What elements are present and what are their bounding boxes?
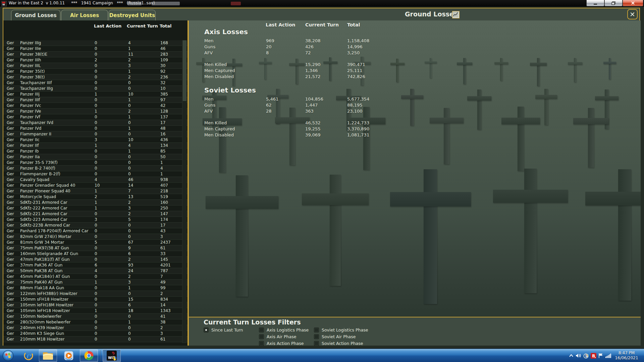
cell-total: 1343 (160, 308, 171, 313)
losses-graph-icon[interactable] (452, 11, 460, 18)
cell-nation: Ger (7, 337, 14, 342)
close-screen-button[interactable]: ✕ (627, 9, 638, 19)
volume-icon[interactable] (575, 349, 582, 362)
windows-update-icon[interactable] (582, 349, 590, 362)
cell-unit-name: 210mm M18 Howitzer (20, 337, 64, 342)
cell-current-turn: 0 (128, 120, 131, 125)
network-icon[interactable] (604, 349, 612, 362)
filter-option[interactable]: Axis Air Phase (259, 333, 309, 340)
action-center-flag-icon[interactable] (597, 349, 604, 362)
radio-button[interactable] (259, 334, 264, 339)
minimize-button[interactable] (586, 0, 604, 6)
cell-unit-name: Panzer Ib (20, 148, 39, 154)
filter-option[interactable]: Axis Logistics Phase (259, 326, 309, 333)
filter-option-label: Soviet Logistics Phase (322, 327, 368, 333)
tab-ground-losses[interactable]: Ground Losses (11, 10, 60, 20)
summary-total: 1,224,733 (347, 120, 369, 125)
clock-time: 8:47 PM (612, 351, 641, 356)
radio-button[interactable] (259, 327, 264, 333)
tab-destroyed-units[interactable]: Destroyed Units (109, 10, 156, 20)
cell-unit-name: Panhard 178-P204(f) Armored Car (20, 228, 89, 234)
cell-nation: Ger (7, 257, 14, 262)
cell-last-action: 0 (95, 314, 97, 319)
media-player-icon[interactable] (60, 349, 78, 362)
cell-total: 519 (160, 194, 168, 199)
table-row: GerFlammpanzer II0016 (3, 131, 187, 137)
filter-option[interactable]: Soviet Logistics Phase (314, 326, 368, 333)
cell-current-turn: 0 (128, 171, 131, 177)
start-button[interactable] (2, 350, 14, 362)
table-row: GerPanhard 178-P204(f) Armored Car0043 (3, 228, 187, 234)
radio-button[interactable] (204, 327, 209, 333)
cell-nation: Ger (7, 223, 14, 228)
filter-option[interactable]: Soviet Air Phase (314, 333, 368, 340)
cell-last-action: 0 (95, 52, 97, 57)
radio-button[interactable] (314, 327, 319, 333)
cell-nation: Ger (7, 308, 14, 313)
column-header-last-action: Last Action (266, 22, 295, 27)
background-window-fragment (127, 2, 142, 5)
tab-label: Ground Losses (15, 12, 56, 18)
restore-button[interactable] (604, 0, 623, 6)
cell-last-action: 1 (95, 205, 97, 211)
wite2-game-icon[interactable]: WiT (103, 349, 121, 362)
scrollbar-thumb[interactable] (183, 41, 186, 101)
cell-nation: Ger (7, 86, 14, 91)
cell-nation: Ger (7, 183, 14, 188)
cell-current-turn: 67 (128, 240, 133, 245)
chrome-icon[interactable] (80, 349, 98, 362)
table-row: GerPanzer IIIh22109 (3, 57, 187, 63)
radio-button[interactable] (314, 341, 319, 346)
cross-shape (500, 58, 502, 81)
cell-last-action: 4 (95, 177, 97, 182)
cross-shape (588, 108, 594, 168)
cell-current-turn: 3 (128, 63, 131, 68)
cell-current-turn: 0 (128, 331, 131, 336)
cell-nation: Ger (7, 120, 14, 125)
cell-nation: Ger (7, 103, 14, 108)
table-row: GerPanzer IIIf0197 (3, 97, 187, 103)
filter-option[interactable]: Axis Action Phase (259, 340, 309, 347)
cell-unit-name: Panzer IIf (20, 143, 39, 148)
cell-current-turn: 1 (128, 114, 131, 120)
cell-nation: Ger (7, 268, 14, 274)
unit-losses-table: Last Action Current Turn Total GerPanzer… (3, 20, 187, 346)
cell-unit-name: 240mm H39 Howitzer (20, 325, 64, 330)
internet-explorer-icon[interactable]: e (19, 349, 38, 362)
filter-option[interactable]: Soviet Action Phase (314, 340, 368, 347)
summary-panel: Last Action Current Turn Total Axis Loss… (189, 20, 641, 346)
cell-unit-name: Panzer IIIh (20, 57, 41, 63)
summary-last-action: 62 (266, 103, 272, 108)
cell-total: 41 (160, 314, 165, 319)
cell-last-action: 0 (95, 74, 97, 80)
table-row: GerPanzer IVe12128 (3, 109, 187, 114)
windows-explorer-icon[interactable] (39, 349, 57, 362)
svg-text:B: B (592, 354, 595, 358)
table-row: GerPanzer IIf14134 (3, 143, 187, 148)
cross-shape (518, 107, 524, 171)
summary-row: Men96938,2081,158,408 (204, 38, 439, 44)
summary-total: 88,195 (347, 103, 363, 108)
table-scrollbar[interactable] (182, 40, 186, 343)
tab-air-losses[interactable]: Air Losses (61, 10, 108, 20)
radio-button[interactable] (259, 341, 264, 346)
filter-option[interactable]: Since Last Turn (204, 326, 243, 333)
hidden-icons-arrow[interactable] (568, 349, 575, 362)
app-window-icon: W (1, 1, 7, 6)
cell-unit-name: Panzer 35-S 739(f) (20, 160, 58, 165)
cell-unit-name: Panzer IIIf (20, 97, 40, 103)
cell-current-turn: 9 (128, 245, 131, 251)
close-window-button[interactable] (623, 0, 643, 6)
cell-total: 17 (160, 120, 165, 125)
cell-last-action: 1 (95, 308, 97, 313)
antivirus-icon[interactable]: B (590, 349, 597, 362)
cell-unit-name: Panzer IIIj (20, 92, 40, 97)
cell-unit-name: 37mm PaK36 AT Gun (20, 262, 62, 268)
table-row: GerPanzer IVd0148 (3, 126, 187, 131)
cell-unit-name: SdKfz-223 Armored Car (20, 217, 67, 222)
summary-label: Men (204, 97, 213, 102)
cell-total: 787 (160, 268, 168, 274)
cell-current-turn: 0 (128, 223, 131, 228)
taskbar-clock[interactable]: 8:47 PM 16/06/2021 (612, 351, 644, 361)
radio-button[interactable] (314, 334, 319, 339)
